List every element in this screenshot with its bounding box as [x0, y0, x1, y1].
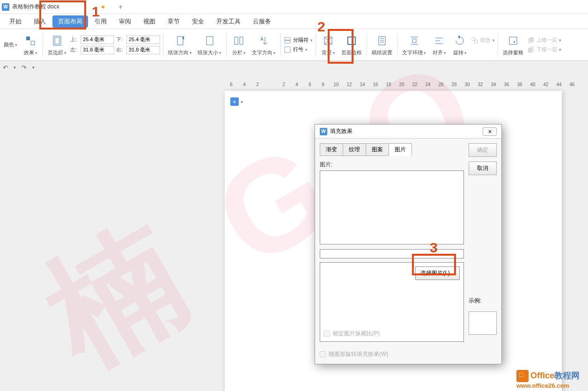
picture-name-field [320, 249, 464, 258]
quick-access-bar: ↶ ▾ ↷ ▾ [0, 61, 588, 74]
ok-button[interactable]: 确定 [469, 143, 497, 157]
svg-rect-6 [235, 37, 238, 44]
ribbon-align[interactable]: 对齐 [430, 32, 448, 57]
menu-page-layout[interactable]: 页面布局 [52, 15, 88, 28]
text-direction-label: 文字方向 [252, 49, 276, 56]
svg-rect-30 [529, 48, 532, 52]
margin-right-input[interactable] [126, 46, 160, 54]
line-number-icon [284, 46, 291, 53]
tab-pattern[interactable]: 图案 [366, 143, 389, 156]
document-title: 表格制作教程 docx [12, 3, 59, 11]
ribbon-paper-setting[interactable]: 稿纸设置 [370, 32, 394, 57]
page-icon: ≡ [230, 97, 239, 106]
svg-rect-26 [509, 37, 517, 44]
effect-label: 效果 [24, 49, 37, 56]
ribbon-orientation[interactable]: 纸张方向 [166, 32, 194, 57]
menu-start[interactable]: 开始 [4, 15, 27, 28]
new-tab-button[interactable]: + [118, 3, 123, 11]
svg-rect-3 [55, 37, 59, 44]
ribbon-line-number[interactable]: 行号 [284, 46, 313, 53]
menu-section[interactable]: 章节 [162, 15, 185, 28]
annotation-number-1: 1 [92, 4, 100, 20]
margins-icon [50, 33, 65, 48]
example-label: 示例: [469, 297, 497, 305]
ribbon-group-group[interactable]: 组合 [471, 37, 495, 44]
svg-rect-7 [240, 37, 243, 44]
border-icon [344, 33, 359, 48]
menu-view[interactable]: 视图 [138, 15, 161, 28]
margin-bottom-label: 下: [116, 36, 125, 43]
svg-rect-18 [412, 39, 416, 43]
margin-bottom-input[interactable] [126, 36, 160, 44]
margin-left-input[interactable] [81, 46, 114, 54]
ribbon-size[interactable]: 纸张大小 [196, 32, 223, 57]
brand-logo-icon [516, 370, 529, 382]
margin-left-label: 左: [70, 46, 79, 53]
fill-effects-dialog: W 填充效果 ✕ 渐变 纹理 图案 图片 图片: 选择图片(L)... 锁定图片… [315, 124, 502, 364]
dialog-title-text: 填充效果 [330, 127, 483, 135]
margin-inputs-1: 上: 左: [70, 36, 114, 54]
rotate-fill-checkbox [320, 351, 326, 357]
background-icon [321, 33, 336, 48]
footer-url: www.office26.com [516, 382, 580, 389]
undo-button[interactable]: ↶ [3, 64, 8, 71]
margin-right-label: 右: [116, 46, 125, 53]
menu-review[interactable]: 审阅 [113, 15, 137, 28]
ribbon-move-up[interactable]: 上移一层 [527, 37, 561, 44]
wrap-icon [407, 33, 422, 48]
dialog-titlebar[interactable]: W 填充效果 ✕ [315, 125, 501, 139]
background-label: 背景 [322, 49, 335, 56]
ribbon-border[interactable]: 页面边框 [339, 32, 364, 57]
svg-rect-11 [285, 47, 290, 52]
footer-branding: Office教程网 www.office26.com [516, 370, 580, 389]
menu-cloud[interactable]: 云服务 [247, 15, 277, 28]
ribbon-columns[interactable]: 分栏 [229, 32, 248, 57]
text-direction-icon: A [257, 33, 272, 48]
svg-rect-14 [379, 37, 385, 45]
tab-gradient[interactable]: 渐变 [320, 143, 343, 156]
dialog-close-button[interactable]: ✕ [483, 127, 497, 136]
ribbon-rotate[interactable]: 旋转 [450, 32, 469, 57]
wrap-label: 文字环绕 [402, 49, 426, 56]
size-icon [202, 33, 217, 48]
svg-rect-10 [285, 40, 290, 43]
breaks-icon [284, 37, 291, 44]
ribbon-breaks[interactable]: 分隔符 [284, 37, 313, 44]
orientation-label: 纸张方向 [168, 49, 192, 56]
tab-picture[interactable]: 图片 [389, 143, 412, 156]
ribbon-wrap[interactable]: 文字环绕 [400, 32, 428, 57]
select-pane-icon [506, 33, 521, 48]
margin-top-label: 上: [70, 36, 79, 43]
ribbon-margins[interactable]: 页边距 [46, 32, 68, 57]
redo-button[interactable]: ↷ [22, 64, 27, 71]
cancel-button[interactable]: 取消 [469, 162, 497, 175]
page-navigation[interactable]: ≡ ▾ [230, 97, 243, 106]
margin-top-input[interactable] [81, 36, 114, 44]
align-label: 对齐 [433, 49, 446, 56]
menu-security[interactable]: 安全 [186, 15, 210, 28]
menu-insert[interactable]: 插入 [28, 15, 51, 28]
svg-text:A: A [260, 37, 264, 42]
move-up-icon [527, 37, 535, 44]
ribbon-background[interactable]: 背景 [319, 32, 338, 57]
select-picture-button[interactable]: 选择图片(L)... [415, 266, 460, 280]
rotate-icon [452, 33, 467, 48]
ribbon-select-pane[interactable]: 选择窗格 [501, 32, 525, 57]
ribbon-move-down[interactable]: 下移一层 [527, 46, 561, 53]
size-label: 纸张大小 [198, 49, 221, 56]
orientation-icon [173, 33, 188, 48]
ribbon-color[interactable]: 颜色 [2, 40, 19, 49]
rotate-fill-label: 随图形旋转填充效果(W) [329, 350, 388, 358]
ribbon-text-direction[interactable]: A 文字方向 [250, 32, 278, 57]
ribbon-effect[interactable]: 效果 [21, 32, 40, 57]
menu-devtools[interactable]: 开发工具 [211, 15, 246, 28]
columns-icon [231, 33, 246, 48]
app-icon: W [2, 3, 9, 11]
svg-rect-9 [285, 37, 290, 40]
ribbon: 颜色 效果 页边距 上: 左: 下: 右: 纸张方向 纸张大小 分栏 A 文字方… [0, 29, 588, 61]
tab-texture[interactable]: 纹理 [343, 143, 366, 156]
columns-label: 分栏 [232, 49, 246, 56]
margin-inputs-2: 下: 右: [116, 36, 160, 54]
picture-options-box: 选择图片(L)... 锁定图片纵横比(P) [320, 262, 464, 342]
picture-preview [320, 170, 464, 244]
